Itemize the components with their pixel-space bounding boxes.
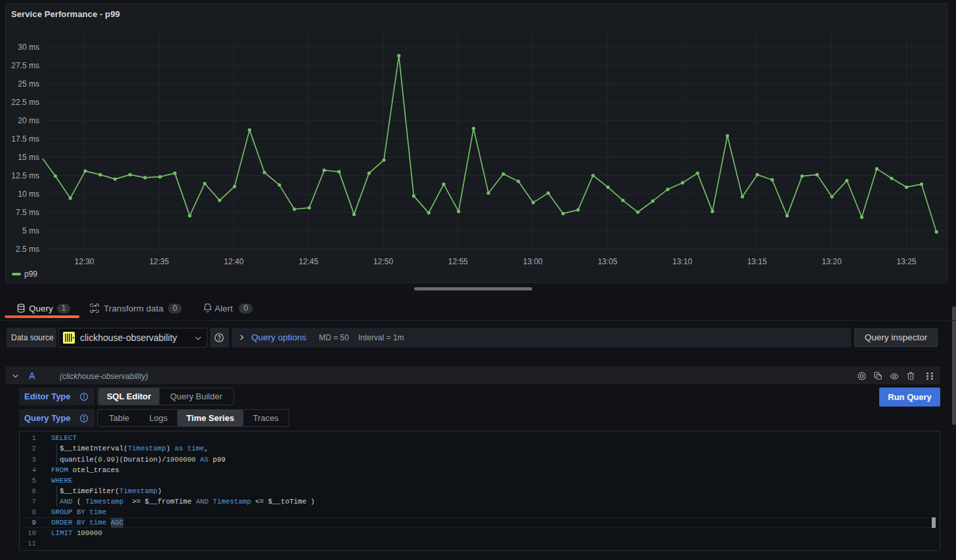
svg-text:22.5 ms: 22.5 ms (11, 98, 39, 107)
svg-text:30 ms: 30 ms (18, 43, 39, 52)
svg-text:2.5 ms: 2.5 ms (16, 245, 39, 254)
svg-text:12.5 ms: 12.5 ms (11, 171, 39, 180)
svg-text:12:35: 12:35 (149, 257, 169, 266)
svg-text:10 ms: 10 ms (18, 190, 39, 199)
svg-text:12:45: 12:45 (299, 257, 318, 266)
svg-text:13:20: 13:20 (822, 257, 842, 266)
svg-text:13:05: 13:05 (598, 257, 617, 266)
svg-text:13:10: 13:10 (673, 257, 692, 266)
svg-text:5 ms: 5 ms (22, 226, 39, 235)
svg-text:15 ms: 15 ms (18, 153, 39, 162)
svg-text:7.5 ms: 7.5 ms (16, 208, 39, 217)
svg-text:20 ms: 20 ms (18, 116, 39, 125)
svg-text:13:25: 13:25 (896, 257, 916, 266)
svg-text:12:50: 12:50 (373, 257, 393, 266)
svg-text:25 ms: 25 ms (18, 79, 39, 89)
svg-text:27.5 ms: 27.5 ms (11, 61, 39, 70)
svg-text:13:15: 13:15 (747, 257, 767, 266)
svg-text:17.5 ms: 17.5 ms (11, 134, 39, 144)
svg-text:12:40: 12:40 (224, 257, 243, 266)
svg-text:12:30: 12:30 (74, 257, 94, 266)
svg-text:13:00: 13:00 (523, 257, 543, 266)
svg-text:12:55: 12:55 (448, 257, 468, 266)
